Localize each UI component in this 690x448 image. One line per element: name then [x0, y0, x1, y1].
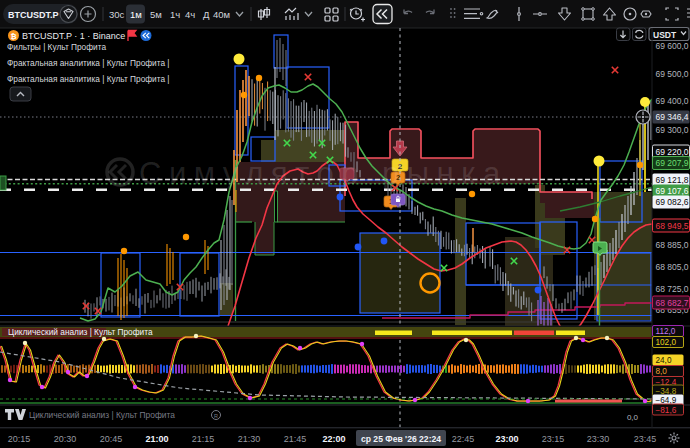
svg-text:ср 25 Фев '26 22:24: ср 25 Фев '26 22:24: [361, 434, 441, 444]
svg-text:8,0: 8,0: [656, 367, 668, 376]
svg-text:23:15: 23:15: [542, 434, 565, 444]
svg-text:68 805,0: 68 805,0: [656, 262, 689, 272]
svg-text:23:45: 23:45: [634, 434, 657, 444]
svg-text:USDT: USDT: [653, 30, 677, 40]
svg-text:69 400,0: 69 400,0: [656, 96, 689, 106]
svg-text:5м: 5м: [150, 9, 162, 20]
svg-text:69 346,4: 69 346,4: [656, 112, 689, 122]
svg-text:0,0: 0,0: [627, 413, 639, 422]
svg-text:102,0: 102,0: [656, 338, 677, 347]
svg-text:Фильтры | Культ Профита: Фильтры | Культ Профита: [7, 42, 106, 52]
svg-text:23:30: 23:30: [587, 434, 610, 444]
svg-text:Циклический анализ | Культ Про: Циклический анализ | Культ Профита: [8, 327, 153, 337]
svg-text:1м: 1м: [130, 9, 142, 20]
svg-text:22:00: 22:00: [322, 434, 345, 444]
svg-text:21:00: 21:00: [145, 434, 168, 444]
svg-text:22:45: 22:45: [452, 434, 475, 444]
svg-text:68 725,0: 68 725,0: [656, 284, 689, 294]
svg-text:69 500,0: 69 500,0: [656, 69, 689, 79]
svg-text:Фрактальная аналитика | Культ: Фрактальная аналитика | Культ Профита |: [7, 58, 170, 68]
svg-text:Д: Д: [203, 9, 210, 20]
svg-text:Циклический анализ | Культ Про: Циклический анализ | Культ Профита: [29, 410, 175, 420]
svg-text:1ч: 1ч: [170, 9, 180, 20]
svg-text:68 949,5: 68 949,5: [656, 221, 689, 231]
svg-text:68 885,0: 68 885,0: [656, 240, 689, 250]
svg-text:BTCUSDT.P · 1 · Binance: BTCUSDT.P · 1 · Binance: [22, 31, 125, 41]
svg-text:69 220,0: 69 220,0: [656, 147, 689, 157]
svg-text:69 082,6: 69 082,6: [656, 197, 689, 207]
svg-text:69 121,8: 69 121,8: [656, 175, 689, 185]
svg-text:20:15: 20:15: [8, 434, 31, 444]
svg-text:21:45: 21:45: [284, 434, 307, 444]
svg-text:20:45: 20:45: [100, 434, 123, 444]
svg-text:40м: 40м: [213, 9, 230, 20]
svg-text:69 207,9: 69 207,9: [656, 158, 689, 168]
svg-text:68 682,7: 68 682,7: [656, 298, 689, 308]
svg-text:BTCUSDT.P: BTCUSDT.P: [8, 10, 59, 20]
svg-text:69 600,0: 69 600,0: [656, 41, 689, 51]
svg-text:21:15: 21:15: [192, 434, 215, 444]
svg-text:−81,6: −81,6: [656, 406, 677, 415]
svg-text:R: R: [214, 413, 218, 419]
svg-text:69 300,0: 69 300,0: [656, 125, 689, 135]
svg-text:Симулятор рынка: Симулятор рынка: [139, 156, 508, 191]
svg-text:24,0: 24,0: [656, 356, 672, 365]
svg-text:Фрактальная аналитика | Культ: Фрактальная аналитика | Культ Профита |: [7, 74, 170, 84]
svg-text:4ч: 4ч: [185, 9, 195, 20]
svg-text:20:30: 20:30: [54, 434, 77, 444]
svg-text:23:00: 23:00: [495, 434, 518, 444]
svg-text:69 107,6: 69 107,6: [656, 186, 689, 196]
svg-text:−34,8: −34,8: [656, 387, 677, 396]
svg-text:21:30: 21:30: [238, 434, 261, 444]
svg-text:₿: ₿: [10, 32, 16, 41]
svg-text:30с: 30с: [109, 9, 125, 20]
svg-text:112,0: 112,0: [656, 327, 676, 336]
